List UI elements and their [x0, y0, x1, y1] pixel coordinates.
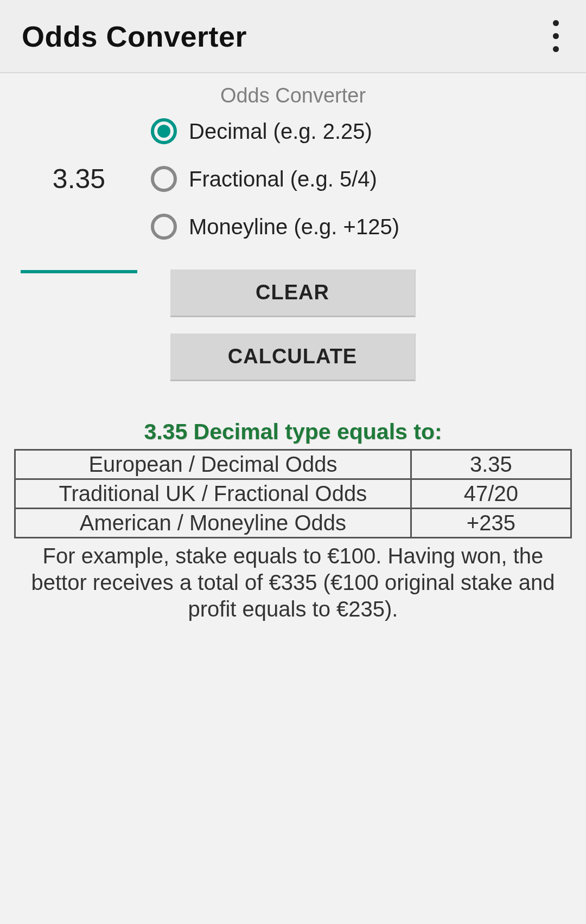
radio-decimal[interactable]: Decimal (e.g. 2.25)	[151, 118, 586, 144]
result-value: 3.35	[411, 450, 571, 479]
result-label: European / Decimal Odds	[15, 450, 411, 479]
result-table: European / Decimal Odds 3.35 Traditional…	[14, 449, 572, 538]
odds-input[interactable]	[21, 159, 137, 199]
odds-type-radio-group: Decimal (e.g. 2.25) Fractional (e.g. 5/4…	[137, 118, 586, 240]
button-column: CLEAR CALCULATE	[0, 270, 586, 381]
result-heading-value: 3.35	[144, 419, 187, 444]
radio-fractional[interactable]: Fractional (e.g. 5/4)	[151, 166, 586, 192]
odds-input-wrap	[21, 118, 137, 240]
result-heading: 3.35 Decimal type equals to:	[0, 419, 586, 445]
radio-icon	[151, 166, 177, 192]
table-row: Traditional UK / Fractional Odds 47/20	[15, 479, 571, 509]
example-text: For example, stake equals to €100. Havin…	[22, 543, 564, 622]
radio-label: Moneyline (e.g. +125)	[189, 215, 399, 239]
radio-label: Fractional (e.g. 5/4)	[189, 167, 377, 191]
appbar: Odds Converter	[0, 0, 586, 73]
radio-label: Decimal (e.g. 2.25)	[189, 119, 372, 144]
result-value: 47/20	[411, 479, 571, 509]
result-heading-rest: Decimal type equals to:	[187, 419, 442, 444]
radio-icon	[151, 214, 177, 240]
table-row: European / Decimal Odds 3.35	[15, 450, 571, 479]
app-title: Odds Converter	[22, 20, 247, 53]
radio-icon	[151, 118, 177, 144]
section-subtitle: Odds Converter	[0, 84, 586, 107]
input-row: Decimal (e.g. 2.25) Fractional (e.g. 5/4…	[0, 118, 586, 240]
calculate-button[interactable]: CALCULATE	[170, 333, 416, 381]
result-value: +235	[411, 509, 571, 538]
result-label: Traditional UK / Fractional Odds	[15, 479, 411, 509]
input-underline	[21, 270, 137, 273]
overflow-menu-icon[interactable]	[547, 15, 564, 57]
radio-moneyline[interactable]: Moneyline (e.g. +125)	[151, 214, 586, 240]
result-label: American / Moneyline Odds	[15, 509, 411, 538]
content: Odds Converter Decimal (e.g. 2.25) Fract…	[0, 73, 586, 622]
table-row: American / Moneyline Odds +235	[15, 509, 571, 538]
clear-button[interactable]: CLEAR	[170, 270, 416, 317]
